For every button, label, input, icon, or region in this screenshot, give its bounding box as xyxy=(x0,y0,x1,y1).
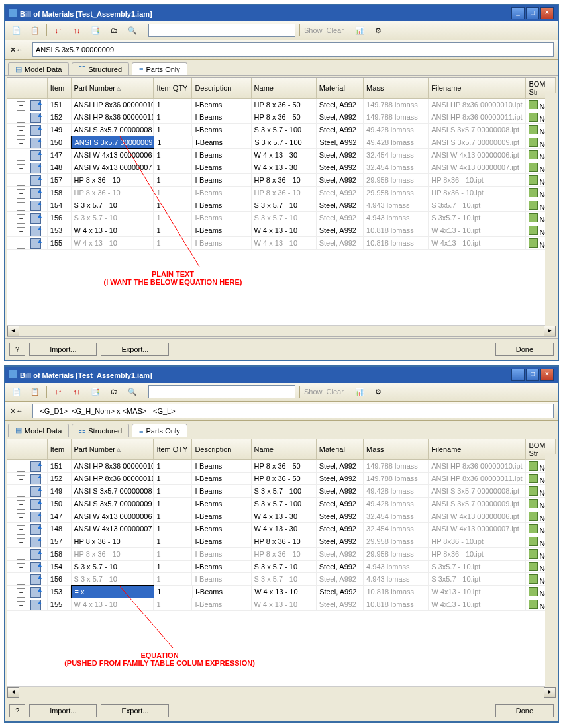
cell-mass[interactable]: 49.428 lbmass xyxy=(364,485,429,497)
cell-mass[interactable]: 32.454 lbmass xyxy=(364,149,429,161)
clear-label[interactable]: Clear xyxy=(327,26,344,34)
close-button[interactable]: × xyxy=(540,369,554,381)
done-button[interactable]: Done xyxy=(495,343,554,356)
cell-item[interactable]: 153 xyxy=(48,586,72,598)
cell-qty[interactable]: 1 xyxy=(154,237,192,249)
cell-material[interactable]: Steel, A992 xyxy=(317,136,364,148)
cell-item[interactable]: 158 xyxy=(48,548,72,560)
table-row[interactable]: –150ANSI S 3x5.7 000000091I-BeamsS 3 x 5… xyxy=(7,498,556,510)
cell-description[interactable]: I-Beams xyxy=(192,199,251,211)
help-button[interactable]: ? xyxy=(9,343,25,356)
cell-part-number[interactable]: ANSI W 4x13 00000007 xyxy=(72,161,154,173)
tool-icon[interactable]: 🗂 xyxy=(107,23,121,38)
cell-qty[interactable]: 1 xyxy=(154,598,192,610)
cell-part-number[interactable]: ANSI HP 8x36 00000010 xyxy=(72,460,154,472)
expand-icon[interactable]: – xyxy=(17,202,25,211)
minimize-button[interactable]: _ xyxy=(511,7,525,19)
cell-filename[interactable]: ANSI S 3x5.7 00000009.ipt xyxy=(429,136,526,148)
expand-icon[interactable]: – xyxy=(17,488,25,497)
cell-part-number[interactable]: ANSI W 4x13 00000006 xyxy=(72,510,154,522)
sort-desc-icon[interactable]: ↑↓ xyxy=(70,385,84,399)
cell-description[interactable]: I-Beams xyxy=(192,237,251,249)
cell-description[interactable]: I-Beams xyxy=(192,598,251,610)
cell-item[interactable]: 154 xyxy=(48,561,72,572)
help-button[interactable]: ? xyxy=(9,704,25,717)
cell-name[interactable]: S 3 x 5.7 - 10 xyxy=(252,561,317,572)
table-row[interactable]: –153= x1I-BeamsW 4 x 13 - 10Steel, A9921… xyxy=(7,586,556,598)
cell-material[interactable]: Steel, A992 xyxy=(317,498,364,510)
bom-grid[interactable]: ItemPart Number △Item QTYDescriptionName… xyxy=(7,77,556,337)
cell-mass[interactable]: 32.454 lbmass xyxy=(364,510,429,522)
cell-material[interactable]: Steel, A992 xyxy=(317,111,364,123)
expand-icon[interactable]: – xyxy=(17,563,25,572)
tab-model-data[interactable]: ▤Model Data xyxy=(8,424,69,437)
cell-item[interactable]: 152 xyxy=(48,473,72,484)
table-row[interactable]: –155W 4 x 13 - 101I-BeamsW 4 x 13 - 10St… xyxy=(7,598,556,611)
cell-material[interactable]: Steel, A992 xyxy=(317,548,364,560)
cell-material[interactable]: Steel, A992 xyxy=(317,224,364,236)
cell-filename[interactable]: S 3x5.7 - 10.ipt xyxy=(429,573,526,585)
table-row[interactable]: –158HP 8 x 36 - 101I-BeamsHP 8 x 36 - 10… xyxy=(7,187,556,199)
cell-item[interactable]: 155 xyxy=(48,598,72,610)
cell-name[interactable]: S 3 x 5.7 - 10 xyxy=(252,573,317,585)
cell-qty[interactable]: 1 xyxy=(154,199,192,211)
cell-material[interactable]: Steel, A992 xyxy=(317,124,364,136)
cell-material[interactable]: Steel, A992 xyxy=(317,161,364,173)
tool-icon[interactable]: 📄 xyxy=(9,23,24,38)
cell-name[interactable]: W 4 x 13 - 30 xyxy=(252,510,317,522)
tool-icon[interactable]: ⚙ xyxy=(371,385,385,399)
expand-icon[interactable]: – xyxy=(17,101,25,111)
cell-material[interactable]: Steel, A992 xyxy=(317,212,364,224)
cell-material[interactable]: Steel, A992 xyxy=(317,149,364,161)
cell-description[interactable]: I-Beams xyxy=(192,510,251,522)
cell-filename[interactable]: W 4x13 - 10.ipt xyxy=(429,237,526,249)
bom-grid[interactable]: ItemPart Number △Item QTYDescriptionName… xyxy=(7,439,556,698)
tool-icon[interactable]: 📑 xyxy=(88,385,103,399)
expand-icon[interactable]: – xyxy=(17,588,25,598)
tool-icon[interactable]: 📋 xyxy=(28,385,42,399)
cell-filename[interactable]: ANSI HP 8x36 00000010.ipt xyxy=(429,460,526,472)
expand-icon[interactable]: – xyxy=(17,475,25,484)
table-row[interactable]: –150ANSI S 3x5.7 000000091I-BeamsS 3 x 5… xyxy=(7,136,556,149)
cell-item[interactable]: 150 xyxy=(48,498,72,510)
tab-model-data[interactable]: ▤Model Data xyxy=(8,62,69,75)
expand-icon[interactable]: – xyxy=(17,126,25,136)
h-scrollbar[interactable]: ◄► xyxy=(7,686,556,698)
expand-icon[interactable]: – xyxy=(17,576,25,585)
cell-mass[interactable]: 10.818 lbmass xyxy=(364,237,429,249)
cell-qty[interactable]: 1 xyxy=(154,111,192,123)
table-row[interactable]: –147ANSI W 4x13 000000061I-BeamsW 4 x 13… xyxy=(7,149,556,161)
cell-part-number[interactable]: ANSI HP 8x36 00000011 xyxy=(72,111,154,123)
cell-mass[interactable]: 29.958 lbmass xyxy=(364,548,429,560)
cell-qty[interactable]: 1 xyxy=(154,473,192,484)
cell-item[interactable]: 155 xyxy=(48,237,72,249)
cell-material[interactable]: Steel, A992 xyxy=(317,187,364,199)
cell-part-number[interactable]: S 3 x 5.7 - 10 xyxy=(72,199,154,211)
h-scrollbar[interactable]: ◄► xyxy=(7,325,556,336)
cell-description[interactable]: I-Beams xyxy=(192,523,251,535)
done-button[interactable]: Done xyxy=(495,704,554,717)
import-button[interactable]: Import... xyxy=(29,343,97,356)
expand-icon[interactable]: – xyxy=(17,177,25,186)
expand-icon[interactable]: – xyxy=(17,227,25,236)
table-row[interactable]: –156S 3 x 5.7 - 101I-BeamsS 3 x 5.7 - 10… xyxy=(7,573,556,586)
cell-qty[interactable]: 1 xyxy=(154,485,192,497)
cell-material[interactable]: Steel, A992 xyxy=(317,561,364,572)
cell-mass[interactable]: 49.428 lbmass xyxy=(364,124,429,136)
cell-part-number[interactable]: W 4 x 13 - 10 xyxy=(72,224,154,236)
cell-part-number[interactable]: ANSI HP 8x36 00000011 xyxy=(72,473,154,484)
v-scrollbar[interactable] xyxy=(545,93,556,326)
clear-label[interactable]: Clear xyxy=(327,388,344,396)
cell-mass[interactable]: 29.958 lbmass xyxy=(364,187,429,199)
table-row[interactable]: –149ANSI S 3x5.7 000000081I-BeamsS 3 x 5… xyxy=(7,485,556,498)
cell-description[interactable]: I-Beams xyxy=(192,174,251,186)
cell-description[interactable]: I-Beams xyxy=(193,136,252,148)
cell-qty[interactable]: 1 xyxy=(154,149,192,161)
table-row[interactable]: –154S 3 x 5.7 - 101I-BeamsS 3 x 5.7 - 10… xyxy=(7,561,556,573)
cell-mass[interactable]: 149.788 lbmass xyxy=(364,473,429,484)
column-header[interactable]: Part Number △ xyxy=(72,78,154,98)
cell-filename[interactable]: HP 8x36 - 10.ipt xyxy=(429,187,526,199)
cell-description[interactable]: I-Beams xyxy=(192,573,251,585)
cell-description[interactable]: I-Beams xyxy=(192,498,251,510)
cell-filename[interactable]: ANSI S 3x5.7 00000008.ipt xyxy=(429,485,526,497)
